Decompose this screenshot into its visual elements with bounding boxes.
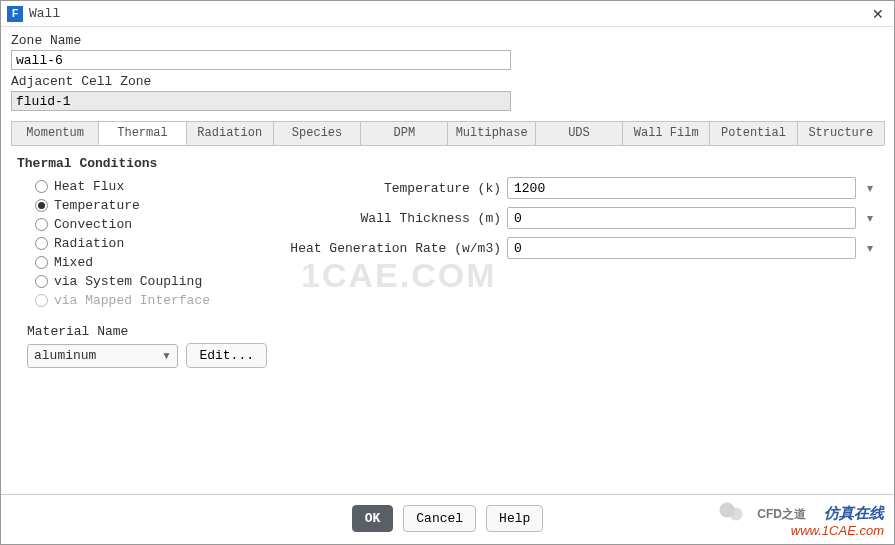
temperature-menu-icon[interactable]: ▾ [862,181,878,195]
cancel-button[interactable]: Cancel [403,505,476,532]
label-convection: Convection [54,217,132,232]
thermal-params: Temperature (k) ▾ Wall Thickness (m) ▾ H… [267,177,878,368]
label-mixed: Mixed [54,255,93,270]
tab-multiphase[interactable]: Multiphase [447,121,535,145]
heat-gen-rate-label: Heat Generation Rate (w/m3) [267,241,507,256]
thermal-options: Heat Flux Temperature Convection Radiati… [17,177,267,368]
tab-uds[interactable]: UDS [535,121,623,145]
window-title: Wall [29,6,868,21]
tab-radiation[interactable]: Radiation [186,121,274,145]
label-heat-flux: Heat Flux [54,179,124,194]
temperature-input[interactable] [507,177,856,199]
tab-momentum[interactable]: Momentum [11,121,99,145]
tab-dpm[interactable]: DPM [360,121,448,145]
thermal-panel: Thermal Conditions Heat Flux Temperature… [11,146,884,494]
radio-convection[interactable] [35,218,48,231]
adjacent-zone-label: Adjacent Cell Zone [11,74,884,89]
wall-thickness-menu-icon[interactable]: ▾ [862,211,878,225]
radio-heat-flux[interactable] [35,180,48,193]
label-system-coupling: via System Coupling [54,274,202,289]
heat-gen-rate-menu-icon[interactable]: ▾ [862,241,878,255]
close-icon[interactable]: ✕ [868,6,888,22]
dialog-content: Zone Name Adjacent Cell Zone Momentum Th… [1,27,894,494]
heat-gen-rate-input[interactable] [507,237,856,259]
material-name-label: Material Name [27,324,267,339]
radio-temperature[interactable] [35,199,48,212]
thermal-conditions-title: Thermal Conditions [17,156,878,171]
label-radiation: Radiation [54,236,124,251]
tab-structure[interactable]: Structure [797,121,885,145]
material-value: aluminum [34,348,96,363]
edit-material-button[interactable]: Edit... [186,343,267,368]
app-icon: F [7,6,23,22]
zone-name-input[interactable] [11,50,511,70]
tab-potential[interactable]: Potential [709,121,797,145]
label-mapped-interface: via Mapped Interface [54,293,210,308]
tab-wall-film[interactable]: Wall Film [622,121,710,145]
dialog-footer: OK Cancel Help [1,494,894,544]
tab-thermal[interactable]: Thermal [98,121,186,145]
adjacent-zone-input [11,91,511,111]
ok-button[interactable]: OK [352,505,394,532]
temperature-label: Temperature (k) [267,181,507,196]
radio-mixed[interactable] [35,256,48,269]
tab-species[interactable]: Species [273,121,361,145]
radio-radiation[interactable] [35,237,48,250]
radio-system-coupling[interactable] [35,275,48,288]
label-temperature: Temperature [54,198,140,213]
material-combo[interactable]: aluminum ▼ [27,344,178,368]
chevron-down-icon: ▼ [161,350,171,361]
wall-thickness-label: Wall Thickness (m) [267,211,507,226]
help-button[interactable]: Help [486,505,543,532]
radio-mapped-interface [35,294,48,307]
wall-thickness-input[interactable] [507,207,856,229]
zone-name-label: Zone Name [11,33,884,48]
tabs: Momentum Thermal Radiation Species DPM M… [11,121,884,146]
titlebar: F Wall ✕ [1,1,894,27]
